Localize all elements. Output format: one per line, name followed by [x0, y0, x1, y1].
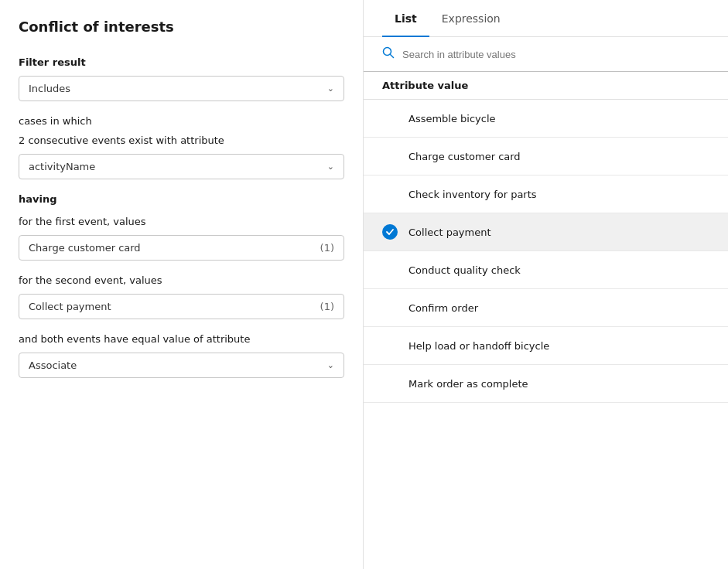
associate-chevron-icon: ⌄ — [327, 360, 334, 370]
second-event-value: Collect payment — [29, 301, 111, 312]
list-item[interactable]: Check inventory for parts — [364, 175, 728, 213]
selected-check-icon — [382, 224, 398, 240]
filter-result-chevron-icon: ⌄ — [327, 83, 334, 94]
filter-result-label: Filter result — [19, 56, 344, 68]
item-label: Charge customer card — [408, 151, 521, 162]
unselected-icon — [382, 376, 398, 391]
item-label: Collect payment — [408, 227, 491, 238]
first-event-count: (1) — [320, 242, 334, 254]
list-header: Attribute value — [364, 72, 728, 100]
second-event-box: Collect payment (1) — [19, 294, 344, 319]
attribute-chevron-icon: ⌄ — [327, 162, 334, 172]
list-item[interactable]: Help load or handoff bicycle — [364, 327, 728, 365]
first-event-label: for the first event, values — [19, 216, 344, 227]
unselected-icon — [382, 186, 398, 202]
right-panel: List Expression Attribute value Assemble… — [364, 0, 728, 569]
second-event-label: for the second event, values — [19, 274, 344, 286]
list-item[interactable]: Confirm order — [364, 289, 728, 327]
second-event-count: (1) — [320, 301, 334, 312]
tab-bar: List Expression — [364, 0, 728, 37]
list-item[interactable]: Assemble bicycle — [364, 100, 728, 138]
unselected-icon — [382, 111, 398, 126]
equal-value-label: and both events have equal value of attr… — [19, 333, 344, 345]
unselected-icon — [382, 262, 398, 278]
tab-expression[interactable]: Expression — [429, 0, 513, 37]
item-label: Check inventory for parts — [408, 189, 537, 200]
svg-line-1 — [391, 55, 394, 58]
tab-list[interactable]: List — [382, 0, 429, 37]
first-event-box: Charge customer card (1) — [19, 235, 344, 261]
attribute-dropdown[interactable]: activityName ⌄ — [19, 154, 344, 179]
unselected-icon — [382, 300, 398, 315]
item-label: Mark order as complete — [408, 378, 528, 390]
item-label: Assemble bicycle — [408, 113, 496, 124]
list-item[interactable]: Conduct quality check — [364, 251, 728, 289]
attribute-list: Attribute value Assemble bicycle Charge … — [364, 72, 728, 569]
unselected-icon — [382, 148, 398, 164]
search-icon — [382, 46, 395, 62]
item-label: Confirm order — [408, 302, 478, 314]
list-item-selected[interactable]: Collect payment — [364, 213, 728, 251]
search-bar — [364, 37, 728, 72]
cases-label: cases in which — [19, 115, 344, 127]
associate-dropdown[interactable]: Associate ⌄ — [19, 353, 344, 378]
list-item[interactable]: Charge customer card — [364, 138, 728, 175]
search-input[interactable] — [402, 49, 709, 60]
filter-result-value: Includes — [29, 83, 70, 94]
filter-result-dropdown[interactable]: Includes ⌄ — [19, 76, 344, 101]
associate-value: Associate — [29, 359, 77, 371]
unselected-icon — [382, 338, 398, 353]
first-event-value: Charge customer card — [29, 242, 141, 254]
left-panel: Conflict of interests Filter result Incl… — [0, 0, 364, 569]
page-title: Conflict of interests — [19, 19, 344, 35]
item-label: Help load or handoff bicycle — [408, 340, 549, 352]
having-label: having — [19, 193, 344, 205]
item-label: Conduct quality check — [408, 264, 521, 276]
list-item[interactable]: Mark order as complete — [364, 365, 728, 403]
consecutive-label: 2 consecutive events exist with attribut… — [19, 135, 344, 146]
attribute-value: activityName — [29, 161, 95, 172]
